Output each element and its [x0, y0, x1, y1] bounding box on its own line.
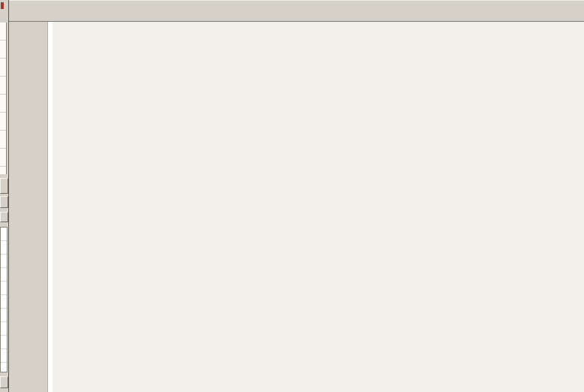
- panel-scroll-right-button[interactable]: [0, 178, 8, 194]
- code-editor[interactable]: [9, 21, 584, 392]
- main-column: [9, 0, 584, 392]
- editor-toolbar: [9, 0, 584, 21]
- clipped-panel-list-bottom: [0, 227, 8, 372]
- clipped-panel-list-top: [0, 23, 7, 174]
- panel-chevron-button[interactable]: [0, 196, 8, 208]
- editor-window: [0, 0, 584, 392]
- panel-dot-button[interactable]: [0, 212, 8, 222]
- line-number-gutter: [9, 22, 48, 392]
- fold-margin: [53, 25, 584, 392]
- clipped-red-indicator: [1, 2, 4, 9]
- panel-bottom-chevron-button[interactable]: [0, 376, 8, 388]
- code-area[interactable]: [53, 22, 584, 392]
- clipped-left-panel: [0, 0, 9, 392]
